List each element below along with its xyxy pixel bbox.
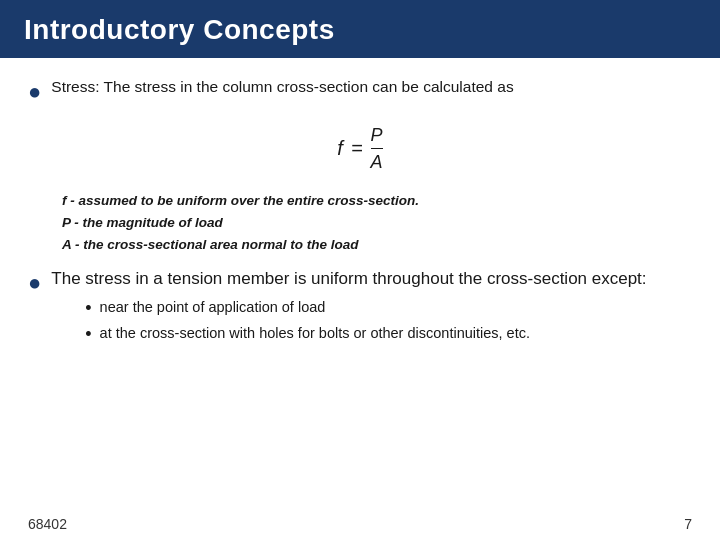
formula-fraction: P A [371, 125, 383, 173]
formula-equals: = [351, 137, 363, 160]
bullet-1-text: Stress: The stress in the column cross-s… [51, 76, 513, 98]
header: Introductory Concepts [0, 0, 720, 58]
def-line-2: P - the magnitude of load [62, 213, 692, 233]
bullet-2: ● The stress in a tension member is unif… [28, 267, 692, 345]
definitions-list: f - assumed to be uniform over the entir… [62, 191, 692, 256]
sub-bullet-1: • near the point of application of load [85, 297, 646, 319]
footer: 68402 7 [0, 510, 720, 540]
slide-title: Introductory Concepts [24, 14, 696, 46]
formula-lhs: f [337, 137, 343, 160]
sub-bullets-list: • near the point of application of load … [85, 297, 646, 345]
bullet-2-icon: ● [28, 269, 41, 298]
footer-page-number: 7 [684, 516, 692, 532]
sub-bullet-2: • at the cross-section with holes for bo… [85, 323, 646, 345]
sub-bullet-1-text: near the point of application of load [100, 297, 326, 317]
bullet-2-text: The stress in a tension member is unifor… [51, 269, 646, 288]
formula: f = P A [337, 125, 382, 173]
formula-numerator: P [371, 125, 383, 149]
formula-denominator: A [371, 150, 383, 173]
footer-course-number: 68402 [28, 516, 67, 532]
def-line-1: f - assumed to be uniform over the entir… [62, 191, 692, 211]
content-area: ● Stress: The stress in the column cross… [0, 58, 720, 510]
bullet-1: ● Stress: The stress in the column cross… [28, 76, 692, 107]
bullet-1-icon: ● [28, 78, 41, 107]
sub-bullet-1-icon: • [85, 298, 91, 319]
sub-bullet-2-icon: • [85, 324, 91, 345]
slide: Introductory Concepts ● Stress: The stre… [0, 0, 720, 540]
sub-bullet-2-text: at the cross-section with holes for bolt… [100, 323, 530, 343]
def-line-3: A - the cross-sectional area normal to t… [62, 235, 692, 255]
formula-container: f = P A [28, 125, 692, 173]
